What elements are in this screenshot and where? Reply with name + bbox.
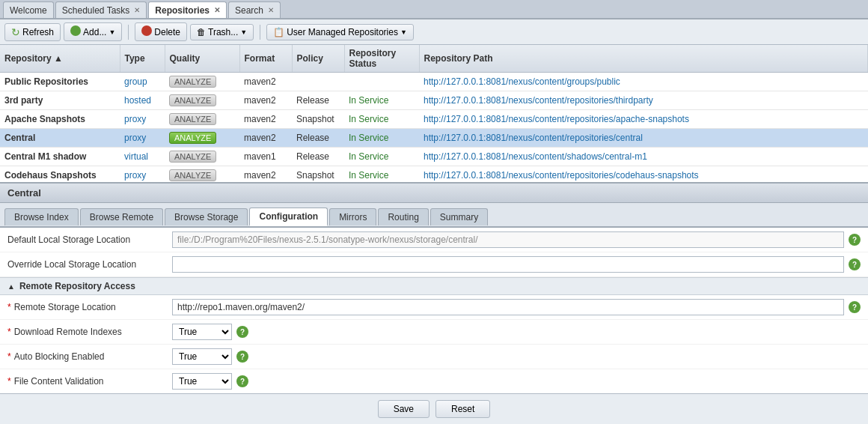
repo-path-link[interactable]: http://127.0.0.1:8081/nexus/content/repo… (424, 170, 699, 181)
col-status[interactable]: Repository Status (344, 45, 419, 73)
sub-tab-browse-remote[interactable]: Browse Remote (80, 208, 163, 225)
user-managed-icon: 📋 (273, 27, 284, 37)
delete-icon (141, 25, 152, 38)
sub-tab-configuration[interactable]: Configuration (249, 208, 328, 226)
tab-close-icon[interactable]: ✕ (268, 6, 274, 14)
sub-tab-browse-storage[interactable]: Browse Storage (165, 208, 248, 225)
download-remote-label: *Download Remote Indexes (7, 327, 172, 337)
lower-panel: Central Browse IndexBrowse RemoteBrowse … (0, 184, 868, 424)
save-button[interactable]: Save (378, 400, 430, 418)
download-remote-help-icon[interactable]: ? (236, 326, 248, 338)
table-row[interactable]: Codehaus Snapshots proxy ANALYZE maven2 … (0, 166, 868, 184)
trash-button[interactable]: 🗑 Trash... ▼ (190, 24, 254, 40)
repo-path-link[interactable]: http://127.0.0.1:8081/nexus/content/repo… (424, 114, 689, 124)
tab-welcome[interactable]: Welcome (3, 1, 54, 18)
analyze-btn[interactable]: ANALYZE (169, 151, 216, 163)
bottom-bar: Save Reset (0, 393, 868, 424)
tab-scheduled-tasks[interactable]: Scheduled Tasks✕ (55, 1, 147, 18)
repo-path-link[interactable]: http://127.0.0.1:8081/nexus/content/grou… (424, 76, 620, 87)
override-storage-row: Override Local Storage Location ? (0, 252, 868, 277)
repo-path-link[interactable]: http://127.0.0.1:8081/nexus/content/repo… (424, 95, 653, 106)
col-quality[interactable]: Quality (165, 45, 239, 73)
analyze-btn[interactable]: ANALYZE (169, 169, 216, 181)
file-content-row: *File Content Validation TrueFalse ? (0, 369, 868, 393)
auto-blocking-help-icon[interactable]: ? (236, 351, 248, 363)
delete-button[interactable]: Delete (135, 22, 187, 41)
table-row[interactable]: Central M1 shadow virtual ANALYZE maven1… (0, 148, 868, 166)
refresh-icon: ↻ (11, 26, 20, 38)
section-title: Central (0, 184, 868, 203)
default-storage-help-icon[interactable]: ? (849, 234, 861, 246)
col-repository[interactable]: Repository ▲ (0, 45, 120, 73)
remote-access-header: ▲ Remote Repository Access (0, 277, 868, 295)
config-panel: Default Local Storage Location ? Overrid… (0, 228, 868, 393)
required-star-4: * (7, 376, 11, 387)
default-storage-row: Default Local Storage Location ? (0, 228, 868, 252)
remote-storage-label: *Remote Storage Location (7, 302, 172, 312)
col-type[interactable]: Type (120, 45, 165, 73)
analyze-btn[interactable]: ANALYZE (169, 113, 216, 125)
add-button[interactable]: Add... ▼ (64, 22, 122, 41)
default-storage-label: Default Local Storage Location (7, 234, 172, 245)
repositories-table-container: Repository ▲ Type Quality Format Policy … (0, 45, 868, 184)
tab-repositories[interactable]: Repositories✕ (148, 1, 227, 18)
download-remote-select[interactable]: TrueFalse (172, 324, 232, 340)
table-row[interactable]: Public Repositories group ANALYZE maven2… (0, 73, 868, 91)
user-managed-chevron-icon: ▼ (400, 28, 407, 36)
analyze-btn[interactable]: ANALYZE (169, 76, 216, 88)
auto-blocking-select[interactable]: TrueFalse (172, 348, 232, 365)
table-row[interactable]: 3rd party hosted ANALYZE maven2 Release … (0, 91, 868, 110)
remote-storage-row: *Remote Storage Location ? (0, 295, 868, 320)
repo-path-link[interactable]: http://127.0.0.1:8081/nexus/content/repo… (424, 133, 643, 143)
auto-blocking-label: *Auto Blocking Enabled (7, 351, 172, 362)
override-storage-label: Override Local Storage Location (7, 259, 172, 270)
auto-blocking-row: *Auto Blocking Enabled TrueFalse ? (0, 345, 868, 369)
toolbar: ↻ Refresh Add... ▼ Delete 🗑 Trash... ▼ 📋… (0, 19, 868, 45)
remote-storage-input[interactable] (172, 299, 844, 315)
download-remote-row: *Download Remote Indexes TrueFalse ? (0, 320, 868, 345)
required-star: * (7, 302, 11, 312)
override-storage-input[interactable] (172, 256, 844, 273)
table-row[interactable]: Apache Snapshots proxy ANALYZE maven2 Sn… (0, 110, 868, 129)
file-content-help-icon[interactable]: ? (236, 375, 248, 387)
required-star-3: * (7, 351, 11, 362)
tab-close-icon[interactable]: ✕ (134, 6, 140, 14)
sub-tab-routing[interactable]: Routing (378, 208, 428, 225)
tab-search[interactable]: Search✕ (228, 1, 281, 18)
col-policy[interactable]: Policy (292, 45, 344, 73)
separator-1 (128, 25, 129, 40)
separator-2 (260, 25, 260, 40)
tab-bar: WelcomeScheduled Tasks✕Repositories✕Sear… (0, 0, 868, 19)
file-content-select[interactable]: TrueFalse (172, 373, 232, 390)
analyze-btn[interactable]: ANALYZE (169, 132, 216, 144)
trash-chevron-icon: ▼ (240, 28, 247, 36)
file-content-label: *File Content Validation (7, 376, 172, 387)
add-chevron-icon: ▼ (109, 28, 115, 36)
sub-tab-bar: Browse IndexBrowse RemoteBrowse StorageC… (0, 203, 868, 228)
required-star-2: * (7, 327, 11, 337)
refresh-button[interactable]: ↻ Refresh (4, 23, 61, 41)
collapse-icon[interactable]: ▲ (7, 282, 15, 291)
sub-tab-summary[interactable]: Summary (430, 208, 488, 225)
remote-storage-help-icon[interactable]: ? (849, 301, 861, 313)
tab-close-icon[interactable]: ✕ (214, 6, 220, 14)
table-row[interactable]: Central proxy ANALYZE maven2 Release In … (0, 129, 868, 148)
user-managed-button[interactable]: 📋 User Managed Repositories ▼ (266, 24, 414, 40)
sub-tab-mirrors[interactable]: Mirrors (329, 208, 376, 225)
repo-path-link[interactable]: http://127.0.0.1:8081/nexus/content/shad… (424, 151, 647, 162)
add-icon (70, 25, 81, 38)
col-format[interactable]: Format (239, 45, 292, 73)
repositories-table: Repository ▲ Type Quality Format Policy … (0, 45, 868, 184)
sub-tab-browse-index[interactable]: Browse Index (4, 208, 79, 225)
main-layout: WelcomeScheduled Tasks✕Repositories✕Sear… (0, 0, 868, 424)
analyze-btn[interactable]: ANALYZE (169, 94, 216, 106)
override-storage-help-icon[interactable]: ? (849, 258, 861, 270)
trash-icon: 🗑 (197, 27, 206, 37)
default-storage-input[interactable] (172, 231, 844, 248)
col-path[interactable]: Repository Path (419, 45, 868, 73)
reset-button[interactable]: Reset (435, 400, 490, 418)
